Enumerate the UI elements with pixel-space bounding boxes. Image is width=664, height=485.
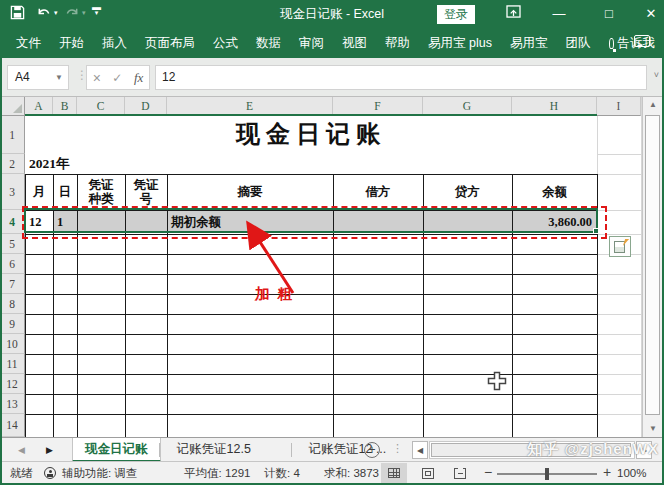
tab-公式[interactable]: 公式 <box>204 28 247 58</box>
title-bar: ▾ ▾ ▬▾ 现金日记账 - Excel 登录 — □ ✕ <box>0 0 664 28</box>
row-header-6[interactable]: 6 <box>0 254 25 274</box>
tell-me-lightbulb-icon <box>609 38 613 49</box>
name-box-dropdown-icon[interactable]: ▼ <box>55 66 63 90</box>
tab-审阅[interactable]: 审阅 <box>290 28 333 58</box>
vertical-scrollbar-thumb[interactable] <box>645 115 660 415</box>
insert-function-icon[interactable]: fx <box>134 70 143 86</box>
table-header-8: 余额 <box>512 174 597 210</box>
hscroll-left-icon[interactable]: ◀ <box>412 441 428 459</box>
tab-帮助[interactable]: 帮助 <box>376 28 419 58</box>
maximize-button[interactable]: □ <box>594 0 624 28</box>
login-button[interactable]: 登录 <box>437 5 475 24</box>
vertical-scrollbar[interactable]: ▲ ▼ <box>642 97 662 437</box>
table-header-1: 月 <box>25 174 53 210</box>
table-header-2: 日 <box>53 174 77 210</box>
name-box-value: A4 <box>15 70 30 84</box>
quick-analysis-icon[interactable] <box>609 236 631 257</box>
sheet-nav-left-icon[interactable]: ◀ <box>18 438 25 462</box>
close-button[interactable]: ✕ <box>636 0 664 28</box>
row-header-10[interactable]: 10 <box>0 334 25 354</box>
select-all-corner[interactable] <box>0 97 25 116</box>
status-ready: 就绪 <box>10 462 33 484</box>
status-average: 平均值: 1291 <box>184 462 250 484</box>
enter-icon[interactable]: ✓ <box>112 71 122 85</box>
zoom-in-icon[interactable]: + <box>603 462 611 484</box>
tab-开始[interactable]: 开始 <box>50 28 93 58</box>
ribbon-display-options-icon[interactable] <box>498 0 528 28</box>
comments-icon[interactable] <box>634 35 650 47</box>
status-count: 计数: 4 <box>264 462 300 484</box>
annotation-dashed-box <box>22 206 607 239</box>
year-label: 2021年 <box>29 155 70 173</box>
formula-bar: A4 ▼ ⋮ × ✓ fx 12 ˅ <box>0 58 664 97</box>
status-sum: 求和: 3873 <box>324 462 379 484</box>
row-header-12[interactable]: 12 <box>0 374 25 394</box>
zoom-level[interactable]: 100% <box>617 462 646 484</box>
sheet-tab-2[interactable]: 记账凭证12.5 <box>165 438 263 462</box>
table-header-3: 凭证 种类 <box>77 174 125 210</box>
minimize-button[interactable]: — <box>544 0 574 28</box>
tab-易用宝 plus[interactable]: 易用宝 plus <box>419 28 501 58</box>
page-break-view-icon[interactable] <box>447 463 473 483</box>
accessibility-icon <box>44 467 56 479</box>
row-header-8[interactable]: 8 <box>0 294 25 314</box>
zoom-out-icon[interactable]: − <box>484 462 492 484</box>
row-header-14[interactable]: 14 <box>0 414 25 437</box>
tab-插入[interactable]: 插入 <box>93 28 136 58</box>
row-header-1[interactable]: 1 <box>0 116 25 154</box>
row-header-11[interactable]: 11 <box>0 354 25 374</box>
scroll-up-icon[interactable]: ▲ <box>643 97 663 113</box>
row-header-7[interactable]: 7 <box>0 274 25 294</box>
table-header-5: 摘要 <box>167 174 333 210</box>
tab-file[interactable]: 文件 <box>7 28 50 58</box>
annotation-label: 加 粗 <box>255 285 325 304</box>
row-header-3[interactable]: 3 <box>0 174 25 210</box>
tab-bar-options-icon[interactable]: ⋮ <box>392 442 403 455</box>
ribbon-tab-bar: 文件开始插入页面布局公式数据审阅视图帮助易用宝 plus易用宝团队 告诉我 <box>0 28 664 58</box>
row-header-9[interactable]: 9 <box>0 314 25 334</box>
page-layout-view-icon[interactable] <box>415 463 441 483</box>
sheet-tab-1[interactable]: 现金日记账 <box>72 438 161 462</box>
sheet-title: 现金日记账 <box>25 118 597 150</box>
row-header-2[interactable]: 2 <box>0 154 25 174</box>
formula-input[interactable]: 12 <box>155 65 647 90</box>
watermark: 知乎 @zjshenWX <box>527 440 659 459</box>
sheet-nav-right-icon[interactable]: ▶ <box>46 438 53 462</box>
worksheet-grid[interactable]: ABCDEFGHI 1234567891011121314 现金日记账 2021… <box>0 97 664 437</box>
zoom-slider-handle[interactable] <box>545 468 549 480</box>
tab-视图[interactable]: 视图 <box>333 28 376 58</box>
normal-view-icon[interactable] <box>381 463 407 483</box>
cancel-icon[interactable]: × <box>93 70 101 86</box>
sheet-tab-3[interactable]: 记账凭证12 ... <box>297 438 399 462</box>
tab-易用宝[interactable]: 易用宝 <box>501 28 557 58</box>
tab-页面布局[interactable]: 页面布局 <box>136 28 204 58</box>
name-box[interactable]: A4 ▼ <box>7 65 69 90</box>
table-header-7: 贷方 <box>423 174 512 210</box>
formula-bar-expand-icon[interactable]: ˅ <box>654 70 659 80</box>
status-accessibility[interactable]: 辅助功能: 调查 <box>62 462 137 484</box>
cell-cursor-icon <box>487 371 507 391</box>
table-header-4: 凭证 号 <box>125 174 167 210</box>
row-header-13[interactable]: 13 <box>0 394 25 414</box>
tab-数据[interactable]: 数据 <box>247 28 290 58</box>
status-bar: 就绪 辅助功能: 调查 平均值: 1291 计数: 4 求和: 3873 − +… <box>0 461 664 483</box>
scroll-down-icon[interactable]: ▼ <box>643 421 663 437</box>
selection-header-underline <box>25 114 597 116</box>
table-header-6: 借方 <box>333 174 423 210</box>
tab-团队[interactable]: 团队 <box>556 28 599 58</box>
sheet-tab-bar: ◀ ▶ 现金日记账记账凭证12.5记账凭证12 ... + ⋮ ◀ ▶ 知乎 @… <box>0 437 664 461</box>
column-header-I[interactable]: I <box>597 97 641 116</box>
new-sheet-button[interactable]: + <box>364 442 380 458</box>
